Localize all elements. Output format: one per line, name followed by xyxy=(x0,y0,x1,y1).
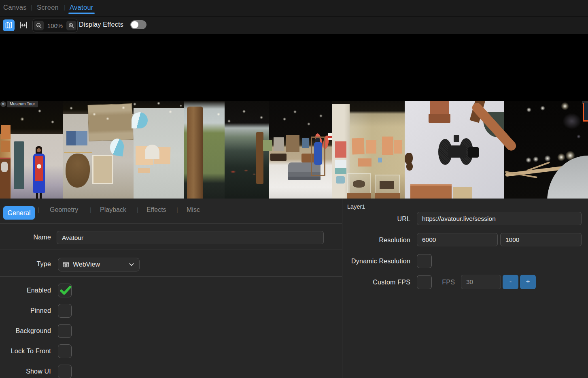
resolution-height-input[interactable] xyxy=(500,233,582,246)
inspector-tab-playback[interactable]: Playback xyxy=(100,206,126,214)
zoom-level: 100% xyxy=(45,22,65,29)
fit-width-button[interactable] xyxy=(19,20,28,30)
background-label: Background xyxy=(0,327,51,335)
layer-settings-panel: Layer1 URL Resolution Dynamic Resolution… xyxy=(342,199,588,378)
map-view-button[interactable] xyxy=(3,19,15,31)
tab-separator: | xyxy=(90,206,91,213)
type-label: Type xyxy=(0,261,51,268)
type-value: WebView xyxy=(73,261,128,268)
row-divider xyxy=(0,276,342,277)
lock-to-front-checkbox[interactable] xyxy=(58,344,72,358)
fps-decrement-button[interactable]: - xyxy=(503,275,518,289)
tab-screen[interactable]: Screen xyxy=(37,4,59,11)
ceiling-lights xyxy=(0,101,588,201)
app-window: Canvas | Screen | Avatour 100% xyxy=(0,0,588,378)
dynamic-resolution-label: Dynamic Resolution xyxy=(342,258,410,265)
pinned-checkbox[interactable] xyxy=(58,304,72,318)
zoom-out-icon xyxy=(36,22,42,29)
tab-separator: | xyxy=(64,4,66,11)
dynamic-resolution-checkbox[interactable] xyxy=(417,254,432,268)
toggle-knob xyxy=(131,21,138,28)
partial-layer-selection xyxy=(583,103,588,122)
tab-separator: | xyxy=(31,4,32,11)
tab-separator: | xyxy=(137,206,138,213)
fps-input[interactable] xyxy=(461,275,501,289)
webview-icon xyxy=(62,261,70,268)
name-label: Name xyxy=(0,234,51,241)
zoom-control: 100% xyxy=(32,19,78,32)
layer-inspector-panel: General | Geometry | Playback | Effects … xyxy=(0,199,342,378)
active-tab-underline xyxy=(68,13,95,14)
image-close-icon[interactable]: ✕ xyxy=(0,101,6,107)
type-dropdown[interactable]: WebView xyxy=(58,258,140,271)
resolution-width-input[interactable] xyxy=(417,233,498,246)
zoom-out-button[interactable] xyxy=(34,21,44,30)
display-effects-label: Display Effects xyxy=(79,21,123,28)
lock-to-front-label: Lock To Front xyxy=(0,348,51,355)
background-checkbox[interactable] xyxy=(58,324,72,338)
row-divider xyxy=(0,223,342,224)
name-input[interactable] xyxy=(57,231,324,244)
resolution-label: Resolution xyxy=(342,237,410,244)
show-ui-label: Show UI xyxy=(0,368,51,375)
fit-width-icon xyxy=(19,21,28,30)
display-effects-toggle[interactable] xyxy=(130,20,146,29)
top-tab-bar: Canvas | Screen | Avatour xyxy=(0,0,588,17)
map-icon xyxy=(5,21,13,29)
tab-avatour[interactable]: Avatour xyxy=(70,4,93,11)
canvas-toolbar: 100% Display Effects xyxy=(0,17,588,34)
check-icon xyxy=(59,283,72,297)
row-divider xyxy=(0,250,342,250)
show-ui-checkbox[interactable] xyxy=(58,365,72,378)
image-label: Museum Tour xyxy=(7,101,38,107)
url-input[interactable] xyxy=(417,212,582,225)
layer-title: Layer1 xyxy=(347,203,365,210)
fps-label: FPS xyxy=(387,279,455,286)
tab-canvas[interactable]: Canvas xyxy=(3,4,27,11)
fps-increment-button[interactable]: + xyxy=(520,275,536,289)
inspector-tab-effects[interactable]: Effects xyxy=(146,206,166,214)
enabled-checkbox[interactable] xyxy=(58,284,72,297)
tab-separator: | xyxy=(38,206,39,213)
chevron-down-icon xyxy=(128,261,135,268)
preview-canvas[interactable]: ✕ Museum Tour xyxy=(0,34,588,199)
zoom-in-icon xyxy=(68,22,75,29)
url-label: URL xyxy=(342,216,410,223)
inspector-tab-misc[interactable]: Misc xyxy=(187,206,200,214)
inspector-tab-geometry[interactable]: Geometry xyxy=(50,206,78,214)
inspector-tab-general[interactable]: General xyxy=(3,206,35,220)
panorama[interactable]: ✕ Museum Tour xyxy=(0,101,588,201)
zoom-in-button[interactable] xyxy=(66,21,76,30)
pinned-label: Pinned xyxy=(0,307,51,314)
enabled-label: Enabled xyxy=(0,287,51,294)
tab-separator: | xyxy=(176,206,178,213)
